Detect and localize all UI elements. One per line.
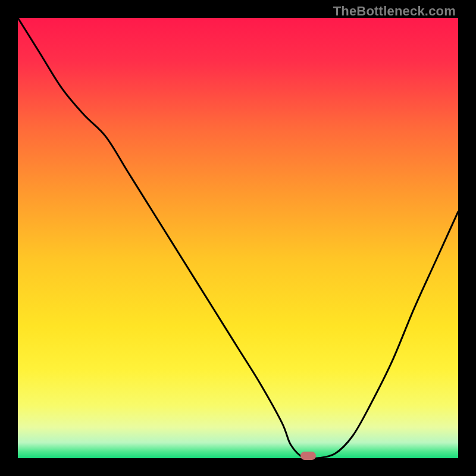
selected-point-marker [300,452,316,460]
watermark-text: TheBottleneck.com [333,4,456,19]
plot-area [18,18,458,458]
bottleneck-curve [18,18,458,458]
curve-path [18,18,458,459]
chart-frame: TheBottleneck.com [0,0,476,476]
